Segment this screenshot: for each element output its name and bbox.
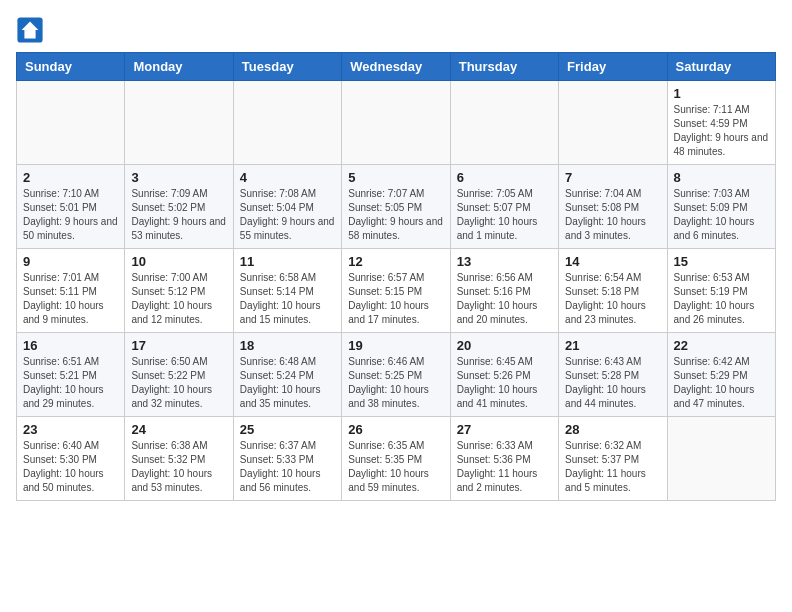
calendar-cell: 25Sunrise: 6:37 AM Sunset: 5:33 PM Dayli…: [233, 417, 341, 501]
calendar-week-5: 23Sunrise: 6:40 AM Sunset: 5:30 PM Dayli…: [17, 417, 776, 501]
calendar-cell: 19Sunrise: 6:46 AM Sunset: 5:25 PM Dayli…: [342, 333, 450, 417]
day-number: 13: [457, 254, 552, 269]
day-number: 12: [348, 254, 443, 269]
day-info: Sunrise: 7:04 AM Sunset: 5:08 PM Dayligh…: [565, 187, 660, 243]
calendar-cell: [125, 81, 233, 165]
calendar-cell: 7Sunrise: 7:04 AM Sunset: 5:08 PM Daylig…: [559, 165, 667, 249]
day-number: 20: [457, 338, 552, 353]
calendar-body: 1Sunrise: 7:11 AM Sunset: 4:59 PM Daylig…: [17, 81, 776, 501]
day-info: Sunrise: 6:58 AM Sunset: 5:14 PM Dayligh…: [240, 271, 335, 327]
day-info: Sunrise: 6:53 AM Sunset: 5:19 PM Dayligh…: [674, 271, 769, 327]
calendar-cell: 26Sunrise: 6:35 AM Sunset: 5:35 PM Dayli…: [342, 417, 450, 501]
day-number: 7: [565, 170, 660, 185]
calendar-cell: 27Sunrise: 6:33 AM Sunset: 5:36 PM Dayli…: [450, 417, 558, 501]
calendar-week-3: 9Sunrise: 7:01 AM Sunset: 5:11 PM Daylig…: [17, 249, 776, 333]
calendar-cell: 3Sunrise: 7:09 AM Sunset: 5:02 PM Daylig…: [125, 165, 233, 249]
calendar-cell: 6Sunrise: 7:05 AM Sunset: 5:07 PM Daylig…: [450, 165, 558, 249]
day-info: Sunrise: 6:32 AM Sunset: 5:37 PM Dayligh…: [565, 439, 660, 495]
day-info: Sunrise: 6:50 AM Sunset: 5:22 PM Dayligh…: [131, 355, 226, 411]
day-info: Sunrise: 6:33 AM Sunset: 5:36 PM Dayligh…: [457, 439, 552, 495]
day-info: Sunrise: 6:43 AM Sunset: 5:28 PM Dayligh…: [565, 355, 660, 411]
day-number: 9: [23, 254, 118, 269]
calendar-cell: 21Sunrise: 6:43 AM Sunset: 5:28 PM Dayli…: [559, 333, 667, 417]
calendar-cell: 16Sunrise: 6:51 AM Sunset: 5:21 PM Dayli…: [17, 333, 125, 417]
weekday-header-wednesday: Wednesday: [342, 53, 450, 81]
weekday-header-saturday: Saturday: [667, 53, 775, 81]
calendar-cell: 15Sunrise: 6:53 AM Sunset: 5:19 PM Dayli…: [667, 249, 775, 333]
day-number: 19: [348, 338, 443, 353]
weekday-header-monday: Monday: [125, 53, 233, 81]
day-info: Sunrise: 7:10 AM Sunset: 5:01 PM Dayligh…: [23, 187, 118, 243]
calendar-cell: 28Sunrise: 6:32 AM Sunset: 5:37 PM Dayli…: [559, 417, 667, 501]
weekday-header-tuesday: Tuesday: [233, 53, 341, 81]
day-info: Sunrise: 7:00 AM Sunset: 5:12 PM Dayligh…: [131, 271, 226, 327]
day-info: Sunrise: 6:45 AM Sunset: 5:26 PM Dayligh…: [457, 355, 552, 411]
calendar-cell: [233, 81, 341, 165]
day-info: Sunrise: 7:11 AM Sunset: 4:59 PM Dayligh…: [674, 103, 769, 159]
calendar-cell: 10Sunrise: 7:00 AM Sunset: 5:12 PM Dayli…: [125, 249, 233, 333]
day-info: Sunrise: 6:35 AM Sunset: 5:35 PM Dayligh…: [348, 439, 443, 495]
day-number: 10: [131, 254, 226, 269]
day-number: 2: [23, 170, 118, 185]
day-number: 3: [131, 170, 226, 185]
day-info: Sunrise: 7:08 AM Sunset: 5:04 PM Dayligh…: [240, 187, 335, 243]
day-number: 5: [348, 170, 443, 185]
day-info: Sunrise: 6:54 AM Sunset: 5:18 PM Dayligh…: [565, 271, 660, 327]
calendar-cell: 12Sunrise: 6:57 AM Sunset: 5:15 PM Dayli…: [342, 249, 450, 333]
calendar-table: SundayMondayTuesdayWednesdayThursdayFrid…: [16, 52, 776, 501]
calendar-cell: 23Sunrise: 6:40 AM Sunset: 5:30 PM Dayli…: [17, 417, 125, 501]
day-info: Sunrise: 7:05 AM Sunset: 5:07 PM Dayligh…: [457, 187, 552, 243]
logo-icon: [16, 16, 44, 44]
day-info: Sunrise: 6:40 AM Sunset: 5:30 PM Dayligh…: [23, 439, 118, 495]
day-number: 18: [240, 338, 335, 353]
day-info: Sunrise: 7:01 AM Sunset: 5:11 PM Dayligh…: [23, 271, 118, 327]
calendar-cell: [342, 81, 450, 165]
day-number: 4: [240, 170, 335, 185]
weekday-header-friday: Friday: [559, 53, 667, 81]
calendar-week-1: 1Sunrise: 7:11 AM Sunset: 4:59 PM Daylig…: [17, 81, 776, 165]
day-info: Sunrise: 6:46 AM Sunset: 5:25 PM Dayligh…: [348, 355, 443, 411]
day-number: 8: [674, 170, 769, 185]
day-number: 15: [674, 254, 769, 269]
calendar-cell: 13Sunrise: 6:56 AM Sunset: 5:16 PM Dayli…: [450, 249, 558, 333]
day-info: Sunrise: 6:37 AM Sunset: 5:33 PM Dayligh…: [240, 439, 335, 495]
day-number: 24: [131, 422, 226, 437]
calendar-cell: 4Sunrise: 7:08 AM Sunset: 5:04 PM Daylig…: [233, 165, 341, 249]
calendar-cell: [667, 417, 775, 501]
calendar-cell: 20Sunrise: 6:45 AM Sunset: 5:26 PM Dayli…: [450, 333, 558, 417]
calendar-cell: 22Sunrise: 6:42 AM Sunset: 5:29 PM Dayli…: [667, 333, 775, 417]
calendar-week-2: 2Sunrise: 7:10 AM Sunset: 5:01 PM Daylig…: [17, 165, 776, 249]
calendar-cell: 17Sunrise: 6:50 AM Sunset: 5:22 PM Dayli…: [125, 333, 233, 417]
day-number: 17: [131, 338, 226, 353]
day-info: Sunrise: 7:09 AM Sunset: 5:02 PM Dayligh…: [131, 187, 226, 243]
day-number: 14: [565, 254, 660, 269]
weekday-header-row: SundayMondayTuesdayWednesdayThursdayFrid…: [17, 53, 776, 81]
calendar-header: SundayMondayTuesdayWednesdayThursdayFrid…: [17, 53, 776, 81]
day-info: Sunrise: 6:42 AM Sunset: 5:29 PM Dayligh…: [674, 355, 769, 411]
day-info: Sunrise: 6:56 AM Sunset: 5:16 PM Dayligh…: [457, 271, 552, 327]
calendar-cell: 5Sunrise: 7:07 AM Sunset: 5:05 PM Daylig…: [342, 165, 450, 249]
calendar-cell: 18Sunrise: 6:48 AM Sunset: 5:24 PM Dayli…: [233, 333, 341, 417]
calendar-cell: 24Sunrise: 6:38 AM Sunset: 5:32 PM Dayli…: [125, 417, 233, 501]
calendar-cell: 11Sunrise: 6:58 AM Sunset: 5:14 PM Dayli…: [233, 249, 341, 333]
calendar-cell: 1Sunrise: 7:11 AM Sunset: 4:59 PM Daylig…: [667, 81, 775, 165]
day-number: 21: [565, 338, 660, 353]
weekday-header-thursday: Thursday: [450, 53, 558, 81]
day-info: Sunrise: 7:07 AM Sunset: 5:05 PM Dayligh…: [348, 187, 443, 243]
weekday-header-sunday: Sunday: [17, 53, 125, 81]
day-number: 28: [565, 422, 660, 437]
day-info: Sunrise: 6:57 AM Sunset: 5:15 PM Dayligh…: [348, 271, 443, 327]
day-info: Sunrise: 7:03 AM Sunset: 5:09 PM Dayligh…: [674, 187, 769, 243]
day-info: Sunrise: 6:38 AM Sunset: 5:32 PM Dayligh…: [131, 439, 226, 495]
day-number: 27: [457, 422, 552, 437]
day-number: 6: [457, 170, 552, 185]
calendar-cell: 8Sunrise: 7:03 AM Sunset: 5:09 PM Daylig…: [667, 165, 775, 249]
day-number: 1: [674, 86, 769, 101]
calendar-cell: 14Sunrise: 6:54 AM Sunset: 5:18 PM Dayli…: [559, 249, 667, 333]
day-number: 23: [23, 422, 118, 437]
day-number: 26: [348, 422, 443, 437]
day-info: Sunrise: 6:51 AM Sunset: 5:21 PM Dayligh…: [23, 355, 118, 411]
calendar-cell: [17, 81, 125, 165]
day-number: 16: [23, 338, 118, 353]
day-number: 22: [674, 338, 769, 353]
